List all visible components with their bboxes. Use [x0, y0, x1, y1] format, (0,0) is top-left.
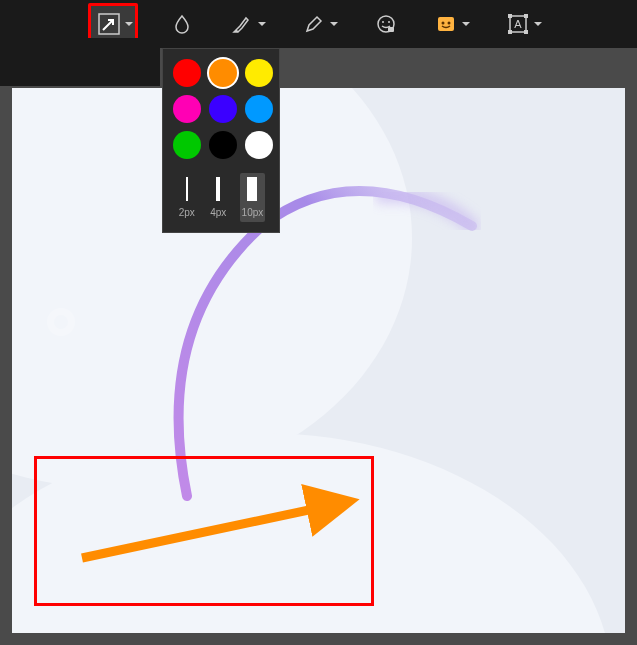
tool-emoji[interactable] — [370, 8, 402, 40]
stroke-preview — [186, 177, 188, 201]
tool-sticker[interactable] — [430, 8, 474, 40]
color-orange[interactable] — [209, 59, 237, 87]
svg-rect-10 — [524, 14, 528, 18]
tool-text-frame[interactable]: A — [502, 8, 546, 40]
stroke-row: 2px 4px 10px — [173, 173, 269, 222]
color-yellow[interactable] — [245, 59, 273, 87]
svg-text:A: A — [514, 18, 522, 30]
color-magenta[interactable] — [173, 95, 201, 123]
color-blue[interactable] — [209, 95, 237, 123]
stroke-10px[interactable]: 10px — [240, 173, 266, 222]
canvas[interactable] — [12, 88, 625, 633]
color-lightblue[interactable] — [245, 95, 273, 123]
svg-rect-5 — [438, 17, 454, 31]
stroke-label: 2px — [179, 207, 195, 218]
color-white[interactable] — [245, 131, 273, 159]
sticker-icon — [434, 12, 458, 36]
stroke-4px[interactable]: 4px — [208, 173, 228, 222]
svg-rect-11 — [508, 30, 512, 34]
tool-blur[interactable] — [166, 8, 198, 40]
arrow-tool-icon — [97, 12, 121, 36]
text-frame-icon: A — [506, 12, 530, 36]
svg-rect-9 — [508, 14, 512, 18]
svg-point-2 — [382, 21, 384, 23]
stroke-preview — [247, 177, 257, 201]
color-grid — [173, 59, 269, 159]
arrow-style-popup: 2px 4px 10px — [162, 48, 280, 233]
svg-point-6 — [442, 22, 445, 25]
chevron-down-icon — [534, 22, 542, 26]
color-red[interactable] — [173, 59, 201, 87]
pen-icon — [302, 12, 326, 36]
tool-highlighter[interactable] — [226, 8, 270, 40]
color-black[interactable] — [209, 131, 237, 159]
svg-point-3 — [388, 21, 390, 23]
chevron-down-icon — [125, 22, 133, 26]
stroke-label: 10px — [242, 207, 264, 218]
toolbar-extension — [0, 38, 160, 86]
stroke-label: 4px — [210, 207, 226, 218]
tool-pen[interactable] — [298, 8, 342, 40]
arrow-annotation[interactable] — [72, 473, 382, 573]
svg-rect-4 — [388, 27, 394, 32]
stroke-2px[interactable]: 2px — [177, 173, 197, 222]
color-green[interactable] — [173, 131, 201, 159]
highlighter-icon — [230, 12, 254, 36]
svg-rect-12 — [524, 30, 528, 34]
chevron-down-icon — [462, 22, 470, 26]
svg-line-15 — [82, 503, 342, 558]
background-ring — [47, 308, 75, 336]
chevron-down-icon — [258, 22, 266, 26]
chevron-down-icon — [330, 22, 338, 26]
svg-point-7 — [448, 22, 451, 25]
droplet-icon — [170, 12, 194, 36]
emoji-icon — [374, 12, 398, 36]
stroke-preview — [216, 177, 220, 201]
